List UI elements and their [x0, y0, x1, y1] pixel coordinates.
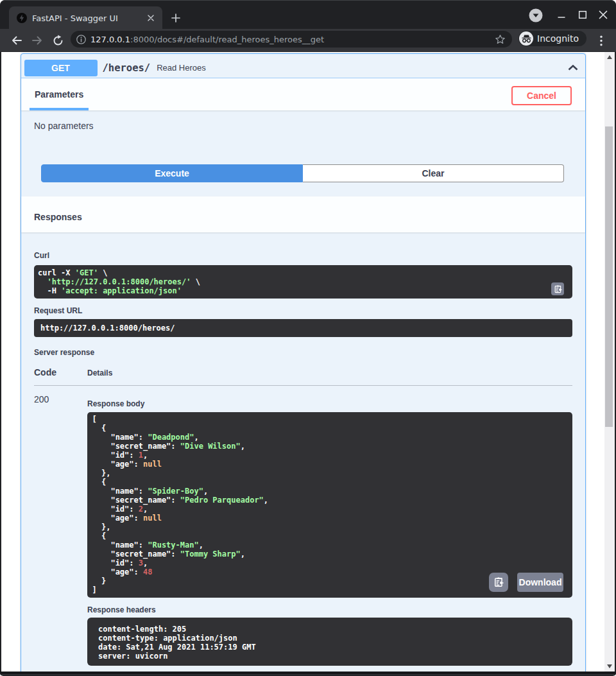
- incognito-icon: [519, 31, 533, 46]
- active-tab-underline: [30, 108, 89, 111]
- response-headers-label: Response headers: [87, 605, 572, 614]
- url-text: 127.0.0.1:8000/docs#/default/read_heroes…: [90, 35, 495, 44]
- reload-button[interactable]: [49, 32, 66, 49]
- bookmark-star-icon[interactable]: [495, 34, 506, 45]
- scroll-down-arrow[interactable]: [604, 661, 615, 672]
- request-url-label: Request URL: [34, 306, 572, 315]
- responses-body: Curl curl -X 'GET' \ 'http://127.0.0.1:8…: [21, 251, 585, 672]
- back-button[interactable]: [8, 32, 25, 49]
- incognito-badge: Incognito: [518, 31, 586, 46]
- parameters-tab: Parameters: [30, 78, 89, 110]
- tab-search-button[interactable]: [529, 8, 543, 22]
- minimize-button[interactable]: [554, 7, 569, 22]
- response-body-label: Response body: [87, 399, 572, 408]
- parameters-body: No parameters Execute Clear: [21, 110, 585, 196]
- spacer: [34, 182, 572, 196]
- endpoint-path: /heroes/: [103, 62, 151, 74]
- url-host: 127.0.0.1: [90, 35, 130, 44]
- request-url-block: http://127.0.0.1:8000/heroes/: [34, 319, 572, 337]
- status-code: 200: [34, 394, 87, 666]
- parameters-title: Parameters: [35, 89, 83, 100]
- fastapi-favicon-icon: [17, 13, 27, 23]
- tab-title: FastAPI - Swagger UI: [32, 13, 146, 23]
- operation-block-get-heroes: GET /heroes/ Read Heroes Parameters Canc…: [21, 53, 586, 672]
- page-viewport: GET /heroes/ Read Heroes Parameters Canc…: [1, 52, 615, 672]
- browser-window: FastAPI - Swagger UI: [0, 0, 616, 676]
- operation-summary[interactable]: GET /heroes/ Read Heroes: [21, 54, 585, 78]
- execute-button[interactable]: Execute: [41, 164, 303, 182]
- page-info-icon[interactable]: [76, 35, 86, 44]
- scrollbar-thumb[interactable]: [605, 126, 613, 427]
- copy-response-button[interactable]: [489, 573, 508, 592]
- forward-button[interactable]: [29, 32, 46, 49]
- parameters-header: Parameters Cancel: [21, 78, 585, 110]
- responses-title: Responses: [34, 212, 82, 222]
- curl-label: Curl: [34, 251, 572, 260]
- address-bar[interactable]: 127.0.0.1:8000/docs#/default/read_heroes…: [71, 31, 512, 48]
- http-method-badge: GET: [24, 60, 98, 76]
- curl-command-text: curl -X 'GET' \ 'http://127.0.0.1:8000/h…: [38, 268, 569, 295]
- copy-curl-button[interactable]: [551, 282, 564, 295]
- details-cell: Response body [ { "name": "Deadpond", "s…: [87, 394, 572, 666]
- maximize-button[interactable]: [575, 7, 590, 22]
- response-body-json: [ { "name": "Deadpond", "secret_name": "…: [92, 415, 568, 594]
- url-path: :8000/docs#/default/read_heroes_heroes__…: [130, 35, 324, 44]
- incognito-label: Incognito: [537, 33, 579, 44]
- responses-header: Responses: [21, 196, 585, 232]
- curl-command-block: curl -X 'GET' \ 'http://127.0.0.1:8000/h…: [34, 265, 572, 299]
- server-response-table: Code Details 200 Response body [ { "name…: [34, 367, 572, 666]
- cancel-button[interactable]: Cancel: [511, 86, 572, 105]
- browser-toolbar: 127.0.0.1:8000/docs#/default/read_heroes…: [0, 29, 616, 52]
- tab-close-icon[interactable]: [146, 13, 156, 23]
- server-response-label: Server response: [34, 348, 572, 357]
- response-headers-block: content-length: 205 content-type: applic…: [87, 618, 572, 666]
- response-row: 200 Response body [ { "name": "Deadpond"…: [34, 386, 572, 666]
- collapse-chevron-icon[interactable]: [567, 62, 579, 74]
- code-column-header: Code: [34, 367, 87, 377]
- response-body-block: [ { "name": "Deadpond", "secret_name": "…: [87, 412, 572, 598]
- scroll-up-arrow[interactable]: [604, 52, 615, 62]
- endpoint-summary: Read Heroes: [157, 63, 206, 73]
- browser-menu-button[interactable]: [593, 32, 610, 49]
- response-table-header: Code Details: [34, 367, 572, 386]
- no-parameters-text: No parameters: [34, 121, 572, 131]
- tab-strip: FastAPI - Swagger UI: [0, 0, 616, 29]
- clear-button[interactable]: Clear: [303, 164, 564, 182]
- download-button[interactable]: Download: [517, 573, 563, 592]
- new-tab-button[interactable]: [167, 10, 184, 26]
- swagger-page: GET /heroes/ Read Heroes Parameters Canc…: [1, 52, 604, 672]
- window-close-button[interactable]: [595, 7, 611, 22]
- details-column-header: Details: [87, 367, 112, 377]
- window-bottom-frame: [0, 672, 616, 675]
- browser-tab[interactable]: FastAPI - Swagger UI: [9, 6, 162, 30]
- execute-button-group: Execute Clear: [41, 164, 564, 182]
- page-scrollbar[interactable]: [604, 52, 615, 672]
